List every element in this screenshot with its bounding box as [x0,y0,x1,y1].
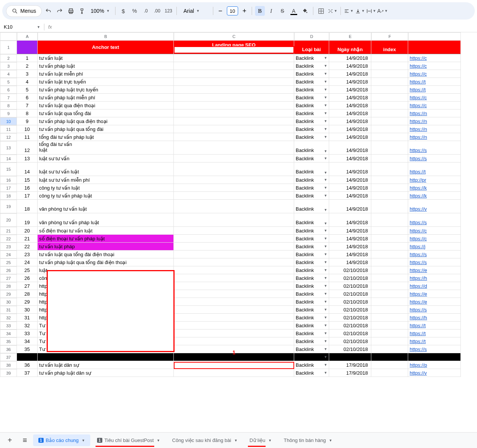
cell-dropdown[interactable]: Backlink▼ [294,235,329,243]
cell-dropdown[interactable]: Backlink▼ [294,200,329,213]
row-header[interactable]: 14 [0,155,17,162]
cell[interactable] [371,213,408,227]
column-header[interactable]: F [371,32,408,41]
cell[interactable]: tư vấn luật [38,54,174,62]
cell[interactable] [371,117,408,125]
cell-link[interactable]: https://t [408,322,461,330]
cell[interactable]: 36 [17,361,38,369]
cell[interactable]: 23 [17,251,38,258]
cell[interactable] [371,337,408,345]
cell[interactable]: 14/9/2018 [329,86,371,94]
cell[interactable] [174,184,294,192]
cell-link[interactable]: https://e [408,266,461,274]
column-header[interactable]: D [294,32,329,41]
cell[interactable]: 25 [17,266,38,274]
header-cell[interactable] [408,41,461,54]
row-header[interactable]: 35 [0,337,17,345]
percent-button[interactable]: % [130,6,140,16]
cell[interactable]: 02/10/2018 [329,345,371,353]
cell[interactable]: 8 [17,109,38,117]
cell[interactable]: 02/10/2018 [329,337,371,345]
corner-select-all[interactable] [0,32,17,41]
cell-dropdown[interactable]: Backlink▼ [294,125,329,133]
cell[interactable] [371,235,408,243]
cell-dropdown[interactable]: Backlink▼ [294,330,329,337]
row-header[interactable]: 38 [0,361,17,369]
increase-font-button[interactable]: + [240,7,249,15]
cell[interactable] [174,162,294,176]
cell[interactable] [371,314,408,322]
cell[interactable]: 27 [17,282,38,290]
cell[interactable] [371,251,408,258]
cell-link[interactable]: https://n [408,117,461,125]
header-cell[interactable]: Ngày nhận [329,41,371,54]
currency-button[interactable]: $ [118,6,128,16]
decrease-font-button[interactable]: − [216,7,225,15]
cell-link[interactable]: https://n [408,133,461,141]
cell[interactable]: 14/9/2018 [329,117,371,125]
cell[interactable] [371,306,408,314]
cell[interactable]: 6 [17,94,38,102]
cell[interactable] [174,125,294,133]
cell-link[interactable]: https://v [408,369,461,377]
wrap-button[interactable]: ▼ [366,6,376,16]
cell-dropdown[interactable]: Backlink▼ [294,70,329,78]
row-header[interactable]: 17 [0,184,17,192]
cell[interactable] [174,200,294,213]
cell[interactable] [371,86,408,94]
cell-link[interactable]: https://j [408,243,461,251]
row-header[interactable]: 5 [0,78,17,86]
cell[interactable]: 29 [17,298,38,306]
cell[interactable]: 37 [17,369,38,377]
cell-dropdown[interactable]: Backlink▼ [294,155,329,162]
cell[interactable]: 14/9/2018 [329,70,371,78]
cell[interactable]: văn phòng tư vấn pháp luật [38,213,174,227]
row-header[interactable]: 12 [0,133,17,141]
cell[interactable] [174,70,294,78]
cell[interactable] [371,70,408,78]
cell[interactable] [371,282,408,290]
cell[interactable]: 21 [17,235,38,243]
cell-dropdown[interactable]: Backlink▼ [294,176,329,184]
cell[interactable]: 14/9/2018 [329,251,371,258]
cell[interactable] [371,227,408,235]
font-select[interactable]: Arial▼ [180,6,210,15]
row-header[interactable]: 36 [0,345,17,353]
cell[interactable]: 7 [17,102,38,109]
menus-button[interactable]: Menus [6,5,42,17]
cell[interactable] [174,133,294,141]
row-header[interactable]: 3 [0,62,17,70]
cell[interactable] [371,266,408,274]
name-box[interactable] [2,23,32,30]
cell[interactable] [174,282,294,290]
cell[interactable]: 17/9/2018 [329,361,371,369]
row-header[interactable]: 7 [0,94,17,102]
cell[interactable]: 02/10/2018 [329,282,371,290]
italic-button[interactable]: I [266,6,276,16]
cell[interactable]: 02/10/2018 [329,322,371,330]
cell[interactable]: 33 [17,330,38,337]
cell[interactable]: công ty tư vấn pháp luật [38,192,174,200]
cell[interactable] [174,109,294,117]
cell-link[interactable]: https://s [408,251,461,258]
cell-dropdown[interactable]: Backlink▼ [294,306,329,314]
bold-button[interactable]: B [255,6,265,16]
cell-dropdown[interactable]: Backlink▼ [294,62,329,70]
cell[interactable]: tư vấn luật pháp [38,243,174,251]
cell-link[interactable]: https://k [408,192,461,200]
cell[interactable]: 14/9/2018 [329,141,371,155]
cell[interactable]: 19 [17,213,38,227]
cell-dropdown[interactable]: Backlink▼ [294,141,329,155]
cell[interactable] [174,322,294,330]
merge-button[interactable]: ▼ [328,6,337,16]
row-header[interactable]: 9 [0,109,17,117]
cell-dropdown[interactable]: Backlink▼ [294,117,329,125]
cell[interactable]: 14/9/2018 [329,125,371,133]
cell[interactable] [174,213,294,227]
cell-dropdown[interactable]: Backlink▼ [294,133,329,141]
cell[interactable] [371,322,408,330]
cell-dropdown[interactable]: Backlink▼ [294,314,329,322]
cell[interactable]: 14/9/2018 [329,62,371,70]
cell[interactable]: văn phòng tư vấn luật [38,200,174,213]
cell[interactable]: 4 [17,78,38,86]
